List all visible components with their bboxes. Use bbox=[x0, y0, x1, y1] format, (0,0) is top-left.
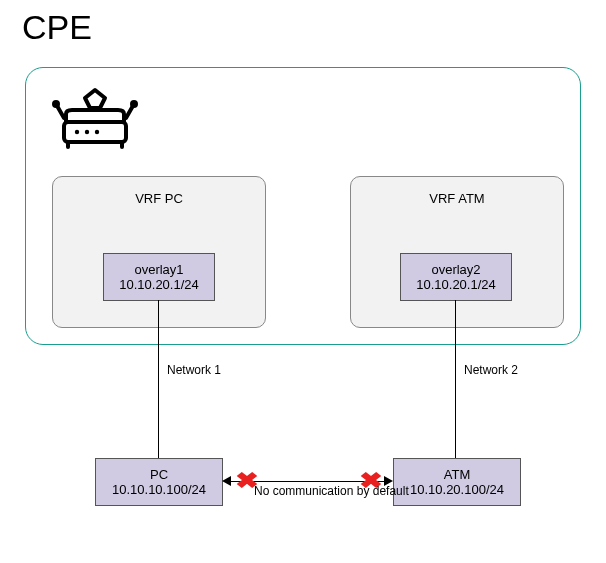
overlay2-name: overlay2 bbox=[431, 262, 480, 277]
overlay1-ip: 10.10.20.1/24 bbox=[119, 277, 199, 292]
arrow-left-icon bbox=[222, 476, 231, 486]
link-net2 bbox=[455, 300, 456, 458]
diagram-stage: CPE VRF PC VRF ATM overlay1 10.10.20.1/2… bbox=[0, 0, 606, 563]
svg-point-1 bbox=[132, 102, 136, 106]
vrf-pc-label: VRF PC bbox=[53, 191, 265, 206]
svg-point-5 bbox=[75, 130, 79, 134]
svg-point-7 bbox=[95, 130, 99, 134]
pc-node: PC 10.10.10.100/24 bbox=[95, 458, 223, 506]
no-comm-label: No communication by default bbox=[254, 484, 409, 498]
overlay1-node: overlay1 10.10.20.1/24 bbox=[103, 253, 215, 301]
overlay2-node: overlay2 10.10.20.1/24 bbox=[400, 253, 512, 301]
overlay1-name: overlay1 bbox=[134, 262, 183, 277]
svg-point-6 bbox=[85, 130, 89, 134]
pc-ip: 10.10.10.100/24 bbox=[112, 482, 206, 497]
link-net1 bbox=[158, 300, 159, 458]
vrf-atm-label: VRF ATM bbox=[351, 191, 563, 206]
network2-label: Network 2 bbox=[464, 363, 518, 377]
overlay2-ip: 10.10.20.1/24 bbox=[416, 277, 496, 292]
diagram-title: CPE bbox=[22, 8, 92, 47]
atm-name: ATM bbox=[444, 467, 470, 482]
vrf-pc-box: VRF PC bbox=[52, 176, 266, 328]
network1-label: Network 1 bbox=[167, 363, 221, 377]
router-icon bbox=[52, 84, 138, 152]
atm-ip: 10.10.20.100/24 bbox=[410, 482, 504, 497]
atm-node: ATM 10.10.20.100/24 bbox=[393, 458, 521, 506]
svg-point-0 bbox=[54, 102, 58, 106]
pc-name: PC bbox=[150, 467, 168, 482]
vrf-atm-box: VRF ATM bbox=[350, 176, 564, 328]
